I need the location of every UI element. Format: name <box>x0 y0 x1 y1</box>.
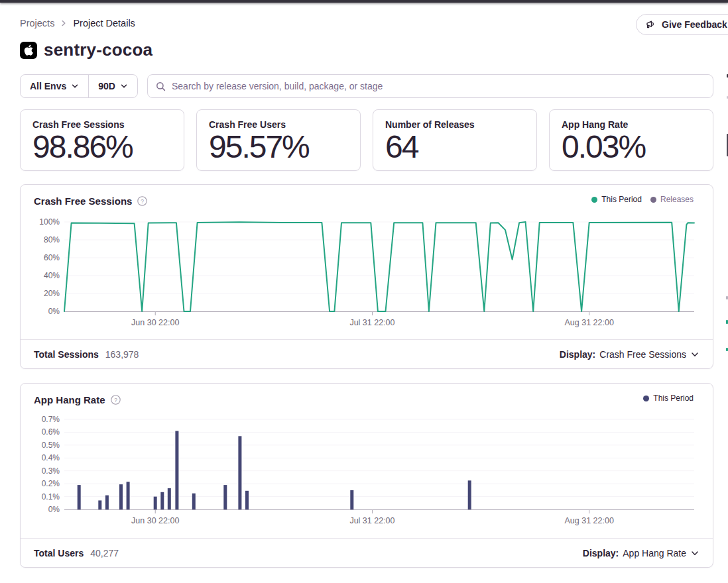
display-label: Display: <box>583 548 619 558</box>
breadcrumb-projects[interactable]: Projects <box>20 18 54 28</box>
panel-title: App Hang Rate <box>34 394 105 405</box>
help-icon[interactable]: ? <box>111 395 121 405</box>
app-hang-rate-panel: 0%0.1%0.2%0.3%0.4%0.5%0.6%0.7%Jun 30 22:… <box>20 383 713 568</box>
total-users-label: Total Users <box>34 548 84 558</box>
panel-footer: Total Users 40,277 Display: App Hang Rat… <box>21 538 713 568</box>
svg-text:0.1%: 0.1% <box>42 492 60 502</box>
panel-header: Crash Free Sessions ? <box>34 195 147 207</box>
stat-card: Number of Releases64 <box>373 109 537 171</box>
chart-legend: This Period <box>643 394 694 403</box>
display-selector[interactable]: Display: Crash Free Sessions <box>560 349 699 360</box>
svg-text:100%: 100% <box>39 217 60 227</box>
display-value: Crash Free Sessions <box>599 349 686 360</box>
chart-legend: This PeriodReleases <box>591 195 694 204</box>
total-sessions-value: 163,978 <box>105 349 139 360</box>
project-details-page: Projects Project Details Give Feedback s… <box>0 0 728 583</box>
stat-card-title: App Hang Rate <box>562 119 701 130</box>
chevron-down-icon <box>690 549 699 558</box>
svg-text:40%: 40% <box>44 271 60 280</box>
environment-filter-dropdown[interactable]: All Envs <box>21 75 88 97</box>
legend-label: Releases <box>660 195 694 204</box>
chevron-down-icon <box>690 350 699 359</box>
svg-text:Jun 30 22:00: Jun 30 22:00 <box>131 318 179 327</box>
panel-title: Crash Free Sessions <box>34 195 132 207</box>
release-search-box <box>147 74 713 98</box>
crash-free-sessions-chart: 0%20%40%60%80%100%Jun 30 22:00Jul 31 22:… <box>21 185 714 339</box>
legend-item[interactable]: This Period <box>643 394 694 403</box>
environment-filter-label: All Envs <box>30 81 66 91</box>
stat-cards-row: Crash Free Sessions98.86%Crash Free User… <box>20 109 713 171</box>
date-range-dropdown[interactable]: 90D <box>89 75 137 97</box>
svg-text:20%: 20% <box>44 289 60 298</box>
svg-text:0%: 0% <box>48 307 60 316</box>
legend-dot <box>650 197 656 203</box>
svg-text:0.6%: 0.6% <box>42 427 60 437</box>
svg-text:0.2%: 0.2% <box>42 479 60 488</box>
svg-text:?: ? <box>141 198 145 205</box>
stat-card: Crash Free Sessions98.86% <box>20 109 184 171</box>
search-icon <box>156 81 166 91</box>
stat-card-title: Crash Free Sessions <box>32 119 172 130</box>
svg-text:60%: 60% <box>44 253 60 262</box>
svg-text:Aug 31 22:00: Aug 31 22:00 <box>564 318 613 327</box>
svg-text:0%: 0% <box>48 505 60 514</box>
filter-group: All Envs 90D <box>20 74 138 98</box>
stat-card-value: 98.86% <box>32 131 172 163</box>
apple-platform-icon <box>20 42 37 59</box>
display-label: Display: <box>560 349 595 360</box>
svg-text:0.7%: 0.7% <box>42 415 60 424</box>
megaphone-icon <box>646 19 656 30</box>
chevron-down-icon <box>120 82 128 90</box>
display-selector[interactable]: Display: App Hang Rate <box>583 548 699 558</box>
legend-item[interactable]: Releases <box>650 195 694 204</box>
help-icon[interactable]: ? <box>137 196 147 206</box>
stat-card: Crash Free Users95.57% <box>196 109 361 171</box>
chevron-right-icon <box>60 20 67 26</box>
svg-text:80%: 80% <box>44 235 60 244</box>
chevron-down-icon <box>71 82 79 90</box>
search-input[interactable] <box>172 81 705 91</box>
top-navigation-strip <box>0 0 728 3</box>
svg-text:Aug 31 22:00: Aug 31 22:00 <box>564 516 613 525</box>
give-feedback-button[interactable]: Give Feedback <box>636 14 728 35</box>
svg-text:Jul 31 22:00: Jul 31 22:00 <box>349 318 394 327</box>
panel-header: App Hang Rate ? <box>34 394 121 405</box>
svg-text:0.4%: 0.4% <box>42 453 60 462</box>
svg-text:?: ? <box>114 397 117 403</box>
project-title-row: sentry-cocoa <box>20 40 152 60</box>
stat-card-value: 95.57% <box>209 131 348 163</box>
give-feedback-label: Give Feedback <box>662 19 727 30</box>
stat-card-value: 64 <box>385 131 524 163</box>
stat-card-title: Crash Free Users <box>209 119 348 130</box>
stat-card-value: 0.03% <box>562 131 701 163</box>
filter-row: All Envs 90D <box>20 74 713 98</box>
legend-label: This Period <box>601 195 642 204</box>
svg-text:Jul 31 22:00: Jul 31 22:00 <box>349 516 394 525</box>
total-sessions-label: Total Sessions <box>34 349 99 360</box>
total-users-value: 40,277 <box>90 548 119 558</box>
breadcrumb-current: Project Details <box>73 18 135 28</box>
stat-card-title: Number of Releases <box>385 119 524 130</box>
legend-label: This Period <box>653 394 694 403</box>
breadcrumb: Projects Project Details <box>20 18 135 28</box>
legend-item[interactable]: This Period <box>591 195 642 204</box>
legend-dot <box>591 197 597 203</box>
page-title: sentry-cocoa <box>44 40 152 60</box>
svg-text:0.3%: 0.3% <box>42 466 60 476</box>
date-range-label: 90D <box>98 81 115 91</box>
svg-text:Jun 30 22:00: Jun 30 22:00 <box>131 516 179 525</box>
svg-text:0.5%: 0.5% <box>42 441 60 450</box>
display-value: App Hang Rate <box>623 548 686 558</box>
panel-footer: Total Sessions 163,978 Display: Crash Fr… <box>21 339 713 369</box>
app-hang-rate-chart: 0%0.1%0.2%0.3%0.4%0.5%0.6%0.7%Jun 30 22:… <box>21 384 714 538</box>
stat-card: App Hang Rate0.03% <box>549 109 713 171</box>
crash-free-sessions-panel: 0%20%40%60%80%100%Jun 30 22:00Jul 31 22:… <box>20 184 713 369</box>
legend-dot <box>643 396 649 401</box>
